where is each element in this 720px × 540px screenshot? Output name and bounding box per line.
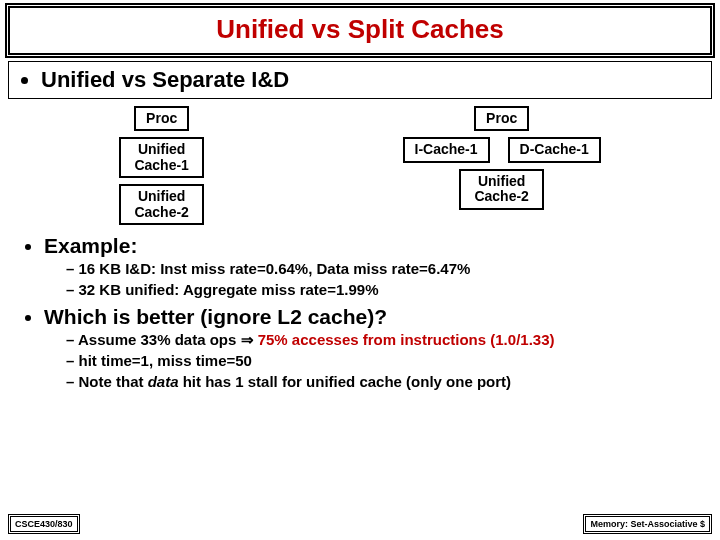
example-label: Example: <box>44 234 137 257</box>
which-item-1: Assume 33% data ops ⇒ 75% accesses from … <box>66 331 702 350</box>
dcache-box: D-Cache-1 <box>508 137 601 162</box>
slide-title: Unified vs Split Caches <box>8 6 712 55</box>
diagram-area: Proc Unified Cache-1 Unified Cache-2 Pro… <box>0 103 720 228</box>
example-item-1: 16 KB I&D: Inst miss rate=0.64%, Data mi… <box>66 260 702 279</box>
which1-pre: Assume 33% data ops <box>78 331 241 348</box>
which3-pre: Note that <box>79 373 148 390</box>
split-cache2-box: Unified Cache-2 <box>459 169 544 210</box>
which-item-3: Note that data hit has 1 stall for unifi… <box>66 373 702 392</box>
which3-italic: data <box>148 373 179 390</box>
split-proc-box: Proc <box>474 106 529 131</box>
which-label: Which is better (ignore L2 cache)? <box>44 305 387 328</box>
footer-left: CSCE430/830 <box>10 516 78 532</box>
unified-proc-box: Proc <box>134 106 189 131</box>
implies-icon: ⇒ <box>241 331 254 348</box>
unified-cache1-box: Unified Cache-1 <box>119 137 204 178</box>
bullet-unified-separate: Unified vs Separate I&D <box>41 67 705 93</box>
diagram-unified: Proc Unified Cache-1 Unified Cache-2 <box>119 103 204 228</box>
which-item-2: hit time=1, miss time=50 <box>66 352 702 371</box>
unified-cache2-box: Unified Cache-2 <box>119 184 204 225</box>
which1-post: 75% accesses from instructions (1.0/1.33… <box>254 331 555 348</box>
heading-row: Unified vs Separate I&D <box>8 61 712 99</box>
which3-post: hit has 1 stall for unified cache (only … <box>179 373 512 390</box>
which-heading: Which is better (ignore L2 cache)? Assum… <box>44 305 702 391</box>
footer-right: Memory: Set-Associative $ <box>585 516 710 532</box>
icache-box: I-Cache-1 <box>403 137 490 162</box>
example-item-2: 32 KB unified: Aggregate miss rate=1.99% <box>66 281 702 300</box>
content-area: Example: 16 KB I&D: Inst miss rate=0.64%… <box>0 234 720 392</box>
diagram-split: Proc I-Cache-1 D-Cache-1 Unified Cache-2 <box>403 103 601 213</box>
example-heading: Example: 16 KB I&D: Inst miss rate=0.64%… <box>44 234 702 300</box>
